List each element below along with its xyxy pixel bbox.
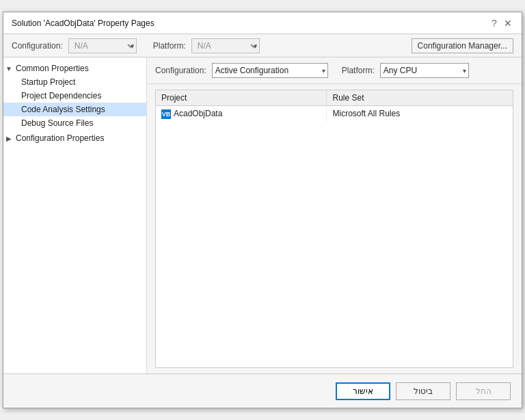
table-header-row: Project Rule Set <box>156 90 513 106</box>
tree-root-label: Common Properties <box>14 63 90 74</box>
inner-config-label: Configuration: <box>155 66 206 75</box>
title-bar-buttons: ? ✕ <box>489 18 513 29</box>
close-button[interactable]: ✕ <box>502 18 513 29</box>
project-cell: VBAcadObjData <box>156 106 327 122</box>
col-project: Project <box>156 90 327 106</box>
top-platform-select[interactable]: N/A <box>191 38 260 53</box>
top-platform-select-wrapper: N/A <box>191 38 260 53</box>
cancel-button[interactable]: ביטול <box>396 382 450 400</box>
top-config-label: Configuration: <box>12 41 63 51</box>
config-manager-button[interactable]: Configuration Manager... <box>412 38 513 53</box>
apply-button[interactable]: החל <box>456 382 511 400</box>
dialog-title: Solution 'AcadObjData' Property Pages <box>12 18 154 28</box>
sidebar-item-code-analysis[interactable]: Code Analysis Settings <box>3 103 146 116</box>
sidebar-item-label: Debug Source Files <box>20 118 94 129</box>
ok-button[interactable]: אישור <box>336 382 390 400</box>
table-area: Project Rule Set VBAcadObjData Microsoft… <box>155 90 513 368</box>
inner-platform-select-wrapper: Any CPU <box>380 63 469 78</box>
tree-children: Startup Project Project Dependencies Cod… <box>3 75 146 130</box>
top-config-select[interactable]: N/A <box>68 38 137 53</box>
top-config-bar: Configuration: N/A Platform: N/A Configu… <box>3 34 522 57</box>
sidebar-item-debug-source[interactable]: Debug Source Files <box>3 116 146 130</box>
sidebar-item-label: Project Dependencies <box>20 90 103 101</box>
footer-bar: אישור ביטול החל <box>3 373 522 408</box>
tree-item-config-properties[interactable]: ▶ Configuration Properties <box>3 131 146 145</box>
inner-config-select[interactable]: Active Configuration <box>212 63 328 78</box>
sidebar-item-startup-project[interactable]: Startup Project <box>3 75 146 89</box>
inner-platform-select[interactable]: Any CPU <box>380 63 469 78</box>
expand-icon-2: ▶ <box>3 135 14 142</box>
project-name: AcadObjData <box>174 109 222 118</box>
sidebar-item-label: Code Analysis Settings <box>20 104 107 115</box>
expand-icon: ▼ <box>3 65 14 73</box>
project-icon: VB <box>161 109 171 119</box>
top-platform-label: Platform: <box>153 41 186 51</box>
title-bar: Solution 'AcadObjData' Property Pages ? … <box>3 12 522 34</box>
main-content: ▼ Common Properties Startup Project Proj… <box>3 57 522 373</box>
ruleset-cell: Microsoft All Rules <box>327 106 513 122</box>
table-row[interactable]: VBAcadObjData Microsoft All Rules <box>156 106 513 122</box>
property-pages-dialog: Solution 'AcadObjData' Property Pages ? … <box>3 12 522 408</box>
top-config-select-wrapper: N/A <box>68 38 137 53</box>
tree-second-root-label: Configuration Properties <box>14 133 105 144</box>
right-panel: Configuration: Active Configuration Plat… <box>147 57 522 373</box>
sidebar-item-label: Startup Project <box>20 77 77 88</box>
inner-platform-label: Platform: <box>342 66 375 75</box>
sidebar-item-project-dependencies[interactable]: Project Dependencies <box>3 89 146 103</box>
sidebar: ▼ Common Properties Startup Project Proj… <box>3 57 147 373</box>
inner-config-bar: Configuration: Active Configuration Plat… <box>147 57 522 84</box>
tree-item-common-properties[interactable]: ▼ Common Properties <box>3 62 146 75</box>
inner-config-select-wrapper: Active Configuration <box>212 63 328 78</box>
project-table: Project Rule Set VBAcadObjData Microsoft… <box>156 90 513 122</box>
help-button[interactable]: ? <box>489 18 500 29</box>
col-ruleset: Rule Set <box>327 90 513 106</box>
